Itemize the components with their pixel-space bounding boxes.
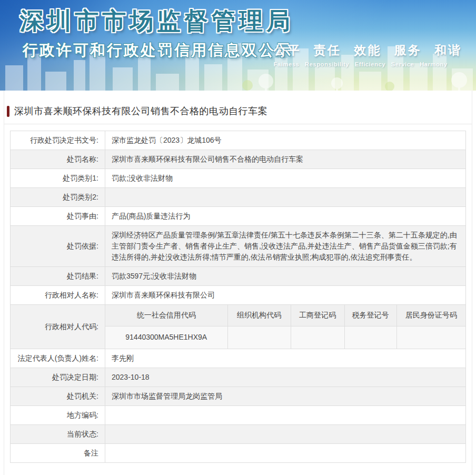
title-accent-bar — [7, 106, 9, 117]
field-label: 处罚名称: — [11, 150, 105, 169]
site-subtitle: 行政许可和行政处罚信用信息双公示 — [23, 40, 292, 61]
field-label: 行政相对人名称: — [11, 286, 105, 305]
field-value: 深圳经济特区产品质量管理条例/第五章法律责任/第五十七条违反本条例第二十三条、第… — [105, 226, 466, 267]
table-row-penalty-reason: 处罚事由: 产品(商品)质量违法行为 — [11, 207, 466, 226]
banner-motto: 公平 责任 效能 服务 和谐 Faimess Responsibility Ef… — [273, 42, 462, 67]
codes-value — [227, 326, 291, 349]
codes-column-header: 统一社会信用代码 — [105, 305, 227, 326]
table-row-local-code: 地方编码: — [11, 406, 466, 425]
field-label: 备注 — [11, 444, 105, 463]
field-value: 罚款3597元;没收非法财物 — [105, 267, 466, 286]
field-label: 处罚结果: — [11, 267, 105, 286]
field-label: 处罚事由: — [11, 207, 105, 226]
field-value — [105, 188, 466, 207]
field-label: 法定代表人(负责人)姓名: — [11, 349, 105, 368]
field-value: 罚款;没收非法财物 — [105, 169, 466, 188]
field-label: 地方编码: — [11, 406, 105, 425]
table-row-counterpart-name: 行政相对人名称: 深圳市喜来顺环保科技有限公司 — [11, 286, 466, 305]
codes-header-row: 统一社会信用代码 组织机构代码 工商登记码 税务登记号 居民身份证号码 — [105, 305, 465, 326]
codes-value — [291, 326, 344, 349]
field-label: 处罚机关: — [11, 387, 105, 406]
codes-value — [344, 326, 396, 349]
table-row-counterpart-codes: 行政相对人代码: 统一社会信用代码 组织机构代码 工商登记码 税务登记号 居民身… — [11, 305, 466, 349]
table-row-penalty-authority: 处罚机关: 深圳市市场监督管理局龙岗监管局 — [11, 387, 466, 406]
field-value — [105, 406, 466, 425]
codes-column-header: 组织机构代码 — [227, 305, 291, 326]
table-row-decision-number: 行政处罚决定书文号: 深市监龙处罚〔2023〕龙城106号 — [11, 131, 466, 150]
field-label: 行政相对人代码: — [11, 305, 105, 349]
table-row-penalty-basis: 处罚依据: 深圳经济特区产品质量管理条例/第五章法律责任/第五十七条违反本条例第… — [11, 226, 466, 267]
field-label: 当前状态: — [11, 425, 105, 444]
table-row-legal-representative: 法定代表人(负责人)姓名: 李先刚 — [11, 349, 466, 368]
case-title: 深圳市喜来顺环保科技有限公司销售不合格的电动自行车案 — [14, 105, 267, 117]
table-row-penalty-category-1: 处罚类别1: 罚款;没收非法财物 — [11, 169, 466, 188]
table-row-penalty-category-2: 处罚类别2: — [11, 188, 466, 207]
field-value — [105, 444, 466, 463]
field-value: 李先刚 — [105, 349, 466, 368]
field-value: 产品(商品)质量违法行为 — [105, 207, 466, 226]
field-label: 行政处罚决定书文号: — [11, 131, 105, 150]
field-value: 深市监龙处罚〔2023〕龙城106号 — [105, 131, 466, 150]
codes-column-header: 居民身份证号码 — [396, 305, 465, 326]
motto-english: Faimess Responsibility Efficiency Servic… — [273, 61, 462, 67]
table-row-remarks: 备注 — [11, 444, 466, 463]
penalty-info-table: 行政处罚决定书文号: 深市监龙处罚〔2023〕龙城106号 处罚名称: 深圳市喜… — [10, 131, 466, 463]
codes-value-row: 91440300MA5HE1HX9A — [105, 326, 465, 349]
field-label: 处罚依据: — [11, 226, 105, 267]
field-value: 深圳市市场监督管理局龙岗监管局 — [105, 387, 466, 406]
codes-column-header: 税务登记号 — [344, 305, 396, 326]
table-row-penalty-name: 处罚名称: 深圳市喜来顺环保科技有限公司销售不合格的电动自行车案 — [11, 150, 466, 169]
table-row-decision-date: 处罚决定日期: 2023-10-18 — [11, 368, 466, 387]
content-container: 深圳市喜来顺环保科技有限公司销售不合格的电动自行车案 行政处罚决定书文号: 深市… — [4, 91, 472, 475]
site-title: 深圳市市场监督管理局 — [20, 5, 294, 37]
field-label: 处罚类别1: — [11, 169, 105, 188]
codes-column-header: 工商登记码 — [291, 305, 344, 326]
case-title-row: 深圳市喜来顺环保科技有限公司销售不合格的电动自行车案 — [4, 91, 472, 124]
codes-value: 91440300MA5HE1HX9A — [105, 326, 227, 349]
field-value: 深圳市喜来顺环保科技有限公司销售不合格的电动自行车案 — [105, 150, 466, 169]
field-value — [105, 425, 466, 444]
site-banner: 深圳市市场监督管理局 行政许可和行政处罚信用信息双公示 公平 责任 效能 服务 … — [0, 0, 476, 91]
codes-value — [396, 326, 465, 349]
table-row-penalty-result: 处罚结果: 罚款3597元;没收非法财物 — [11, 267, 466, 286]
field-label: 处罚决定日期: — [11, 368, 105, 387]
motto-chinese: 公平 责任 效能 服务 和谐 — [273, 42, 462, 58]
table-row-current-status: 当前状态: — [11, 425, 466, 444]
field-label: 处罚类别2: — [11, 188, 105, 207]
entity-codes-cell: 统一社会信用代码 组织机构代码 工商登记码 税务登记号 居民身份证号码 9144… — [105, 305, 466, 349]
field-value: 深圳市喜来顺环保科技有限公司 — [105, 286, 466, 305]
field-value: 2023-10-18 — [105, 368, 466, 387]
entity-codes-table: 统一社会信用代码 组织机构代码 工商登记码 税务登记号 居民身份证号码 9144… — [105, 305, 465, 349]
